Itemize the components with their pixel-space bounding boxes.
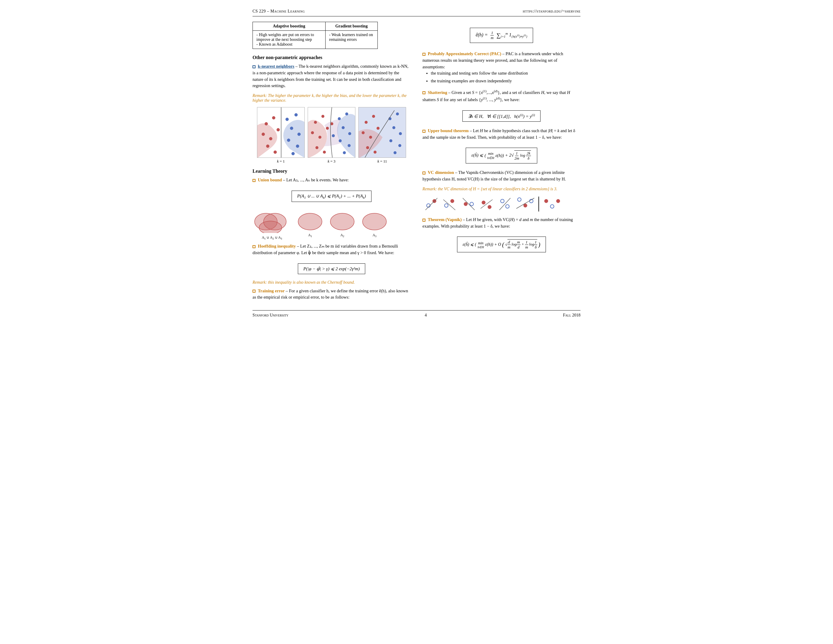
vapnik-formula-box: ε(ĥ) ⩽ ( min h∈H ε(h)) + O ( √ dm l (457, 237, 546, 252)
table-col2-header: Gradient boosting (325, 22, 378, 31)
upper-bound-formula-box: ε(ĥ) ⩽ ( min h∈H ε(h)) + 2√ 12m log 2kδ (466, 148, 537, 163)
svg-point-10 (298, 133, 301, 136)
shattering-formula-box: ∃h ∈ H, ∀i ∈ [[1,d]], h(x(i)) = y(i) (462, 110, 540, 122)
vc-dimension-definition: VC dimension – The Vapnik-Chervonenkis (… (423, 169, 581, 182)
vapnik-title: Theorem (Vapnik) (428, 217, 462, 222)
svg-point-27 (339, 139, 342, 142)
hoeffding-formula-container: P(|φ − φ̂| > γ) ⩽ 2 exp(−2γ²m) (252, 261, 410, 277)
hoeffding-formula-box: P(|φ − φ̂| > γ) ⩽ 2 exp(−2γ²m) (298, 263, 365, 274)
svg-point-66 (518, 198, 521, 201)
union-bound-text: – Let A₁, ..., Aₖ be k events. We have: (283, 177, 349, 182)
svg-point-26 (348, 132, 351, 135)
union-formula-container: P(A1 ∪ ... ∪ Ak) ⩽ P(A1) + ... + P(Ak) (252, 188, 410, 205)
shattering-formula: ∃h ∈ H, ∀i ∈ [[1,d]], h(x(i)) = y(i) (468, 114, 535, 119)
svg-point-18 (318, 136, 322, 139)
training-error-square-icon (252, 290, 256, 293)
knn-square-icon (252, 65, 256, 68)
shattering-square-icon (423, 91, 425, 94)
a3-svg (361, 211, 388, 230)
svg-point-63 (500, 199, 504, 203)
upper-bound-square-icon (423, 130, 425, 133)
union-bound-title: Union bound (258, 177, 282, 182)
svg-point-48 (298, 213, 322, 230)
knn-label-k1: k = 1 (257, 159, 305, 164)
training-formula-box: ê(h) = 1m ∑i=1m 1{h(x(i))≠y(i)} (470, 28, 533, 43)
svg-point-60 (482, 201, 486, 204)
svg-point-43 (398, 144, 401, 147)
footer-right: Fall 2018 (563, 313, 581, 318)
page: CS 229 – Machine Learning https://stanfo… (238, 0, 595, 324)
svg-point-36 (366, 146, 369, 149)
footer-center: 4 (425, 313, 427, 318)
svg-point-12 (296, 145, 299, 148)
svg-point-32 (372, 115, 375, 118)
svg-point-0 (265, 122, 268, 125)
pac-title: Probably Approximately Correct (PAC) (428, 51, 502, 56)
section-nonparametric-heading: Other non-parametric approaches (252, 55, 410, 60)
training-error-title: Training error (258, 288, 285, 293)
union-ellipse-a1: A1 (297, 211, 323, 238)
union-diagram: A1 ∪ A2 ∪ A3 A1 A2 (252, 209, 410, 240)
svg-point-72 (550, 204, 554, 208)
vapnik-formula-container: ε(ĥ) ⩽ ( min h∈H ε(h)) + O ( √ dm l (423, 233, 581, 255)
svg-point-39 (396, 113, 399, 116)
union-bound-definition: Union bound – Let A₁, ..., Aₖ be k event… (252, 177, 410, 184)
svg-point-57 (464, 202, 468, 206)
union-formula: P(A1 ∪ ... ∪ Ak) ⩽ P(A1) + ... + P(Ak) (297, 193, 366, 198)
svg-point-29 (343, 151, 346, 154)
table-col1-header: Adaptive boosting (253, 22, 326, 31)
table-col1-content: - High weights are put on errors to impr… (253, 31, 326, 49)
knn-diagram-row: k = 1 (252, 107, 410, 164)
svg-point-35 (376, 127, 380, 130)
svg-point-50 (363, 213, 386, 230)
knn-svg-k3 (308, 107, 355, 158)
a1-label: A1 (297, 233, 323, 238)
svg-point-28 (347, 144, 351, 147)
upper-bound-formula-container: ε(ĥ) ⩽ ( min h∈H ε(h)) + 2√ 12m log 2kδ (423, 145, 581, 166)
svg-point-33 (362, 131, 365, 134)
svg-point-6 (274, 151, 277, 154)
pac-bullet-2: the training examples are drawn independ… (431, 78, 581, 84)
knn-panel-k11: k = 11 (359, 107, 406, 164)
svg-point-61 (488, 205, 491, 209)
svg-point-47 (259, 221, 282, 233)
svg-point-3 (269, 137, 272, 140)
upper-bound-definition: Upper bound theorem – Let H be a finite … (423, 128, 581, 141)
vc-dots-visualization (423, 195, 581, 213)
training-formula-container: ê(h) = 1m ∑i=1m 1{h(x(i))≠y(i)} (423, 25, 581, 46)
section-learning-theory-heading: Learning Theory (252, 169, 410, 174)
svg-point-58 (470, 202, 473, 206)
svg-point-37 (373, 151, 376, 154)
hoeffding-title: Hoeffding inequality (258, 244, 296, 248)
knn-canvas-k1 (257, 107, 305, 158)
svg-point-17 (311, 131, 314, 134)
right-column: ê(h) = 1m ∑i=1m 1{h(x(i))≠y(i)} Probably… (423, 22, 581, 305)
svg-point-20 (315, 146, 318, 149)
header-left: CS 229 – Machine Learning (252, 9, 305, 14)
svg-point-16 (322, 115, 324, 118)
svg-point-9 (290, 127, 293, 130)
shattering-formula-container: ∃h ∈ H, ∀i ∈ [[1,d]], h(x(i)) = y(i) (423, 107, 581, 125)
union-ellipse-a3: A3 (361, 211, 388, 238)
svg-point-34 (369, 136, 372, 139)
knn-label-k11: k = 11 (359, 159, 406, 164)
upper-bound-title: Upper bound theorem (428, 128, 469, 133)
union-ellipse-group: A1 ∪ A2 ∪ A3 (252, 209, 291, 240)
boosting-table: Adaptive boosting Gradient boosting - Hi… (252, 22, 378, 49)
footer-left: Stanford University (252, 313, 289, 318)
svg-point-71 (544, 199, 548, 203)
shattering-title: Shattering (428, 90, 447, 95)
knn-title: k-nearest neighbors (258, 64, 294, 69)
union-bound-square-icon (252, 179, 256, 182)
a2-svg (329, 211, 356, 230)
svg-point-2 (262, 133, 265, 136)
svg-point-41 (399, 132, 402, 135)
vapnik-formula: ε(ĥ) ⩽ ( min h∈H ε(h)) + O ( √ dm l (463, 242, 540, 247)
svg-point-15 (314, 121, 317, 124)
svg-point-24 (345, 113, 348, 116)
pac-bullets: the training and testing sets follow the… (431, 70, 581, 84)
vc-dimension-square-icon (423, 172, 425, 174)
training-error-definition: Training error – For a given classifier … (252, 288, 410, 301)
main-content: Adaptive boosting Gradient boosting - Hi… (252, 22, 581, 305)
header-right: https://stanford.edu/~shervine (523, 9, 581, 14)
